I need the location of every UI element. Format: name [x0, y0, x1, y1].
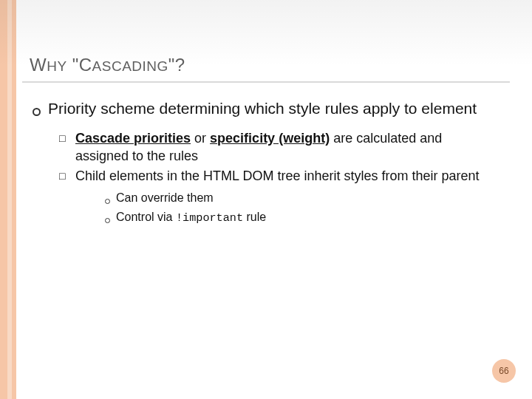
- title-quote-open: ": [67, 55, 79, 75]
- lvl3-item-1: Can override them: [116, 190, 214, 208]
- lvl3-2-code: !important: [176, 211, 243, 225]
- lvl3-2-pre: Control via: [116, 211, 176, 223]
- page-number: 66: [499, 366, 508, 376]
- accent-left-band-inner: [7, 0, 12, 399]
- bullet-level3: Can override them: [105, 190, 495, 208]
- bullet-level1: Priority scheme determining which style …: [33, 99, 495, 121]
- lvl3-2-post: rule: [243, 211, 266, 223]
- square-bullet-icon: □: [59, 130, 69, 166]
- title-w1-rest: HY: [47, 58, 66, 74]
- page-number-badge: 66: [492, 359, 516, 383]
- title-tail: "?: [168, 55, 185, 75]
- slide-title: WHY "CASCADING"?: [30, 55, 510, 75]
- lvl2-1-bold-b: specificity (weight): [210, 131, 330, 146]
- lvl2-item-2: Child elements in the HTML DOM tree inhe…: [75, 168, 480, 185]
- lvl2-1-bold-a: Cascade priorities: [75, 131, 191, 146]
- title-w2-rest: ASCADING: [92, 58, 168, 74]
- lvl3-item-2: Control via !important rule: [116, 209, 266, 227]
- donut-bullet-icon: [33, 99, 41, 121]
- donut-bullet-icon: [105, 190, 110, 208]
- lvl2-item-1: Cascade priorities or specificity (weigh…: [75, 130, 495, 166]
- donut-bullet-icon: [105, 209, 110, 227]
- title-w2-cap: C: [79, 55, 92, 75]
- level3-group: Can override them Control via !important…: [59, 188, 495, 227]
- slide-content: WHY "CASCADING"? Priority scheme determi…: [22, 0, 525, 399]
- bullet-level3: Control via !important rule: [105, 209, 495, 227]
- square-bullet-icon: □: [59, 168, 69, 185]
- lvl2-1-mid1: or: [191, 131, 210, 146]
- body-area: Priority scheme determining which style …: [22, 83, 495, 227]
- title-wrap: WHY "CASCADING"?: [22, 0, 510, 83]
- level2-group: □ Cascade priorities or specificity (wei…: [33, 127, 495, 227]
- title-w1-cap: W: [30, 55, 47, 75]
- lvl1-text: Priority scheme determining which style …: [48, 99, 477, 121]
- bullet-level2: □ Child elements in the HTML DOM tree in…: [59, 168, 495, 185]
- bullet-level2: □ Cascade priorities or specificity (wei…: [59, 130, 495, 166]
